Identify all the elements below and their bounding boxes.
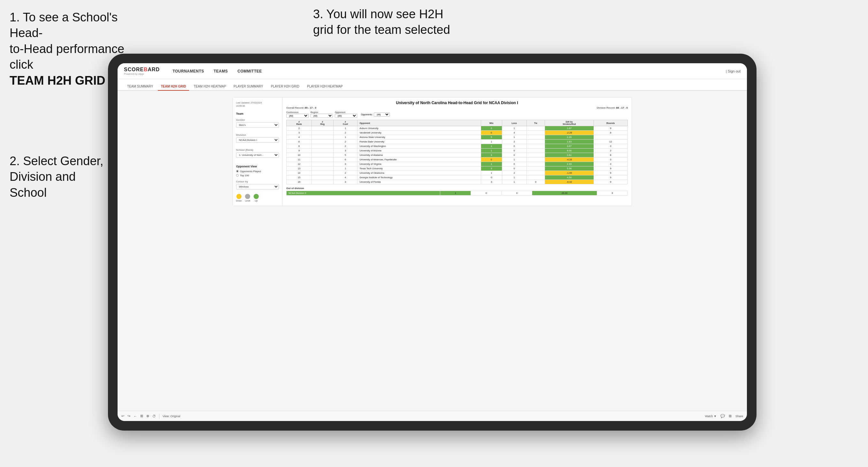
cell-diff: 5.56: [545, 166, 594, 171]
cell-tie: [526, 162, 545, 166]
cell-tie: [526, 149, 545, 153]
cell-loss: 0: [502, 144, 526, 149]
tab-player-h2h-grid[interactable]: PLAYER H2H GRID: [268, 83, 303, 91]
swatch-up: Up: [254, 194, 259, 202]
cell-opponent: University of Alabama: [358, 153, 481, 157]
table-row: 10 5 University of Alabama 3 0 2.61 8: [286, 153, 628, 157]
gender-select[interactable]: Men's: [236, 122, 279, 128]
cell-win: 5: [481, 135, 502, 139]
radio-opponents-played-dot: [236, 170, 239, 173]
division-select[interactable]: NCAA Division I: [236, 137, 279, 143]
cell-opponent: Vanderbilt University: [358, 131, 481, 135]
plus-button[interactable]: ⊕: [146, 414, 149, 418]
cell-conf: 2: [333, 131, 358, 135]
cell-diff: 2.61: [545, 153, 594, 157]
data-area: University of North Carolina Head-to-Hea…: [282, 97, 631, 206]
cell-tie: [526, 131, 545, 135]
opponent-select[interactable]: (All): [335, 114, 357, 118]
crop-button[interactable]: ⊞: [140, 414, 143, 418]
table-row: 9 3 University of Arizona 1 0 9.00 2: [286, 149, 628, 153]
conference-select[interactable]: (All): [286, 114, 309, 118]
bottom-toolbar: ↩ ↪ ← ⊞ ⊕ ⏱ View: Original Watch ▼ 💬 ⊞ S…: [118, 411, 747, 421]
cell-reg: [312, 171, 333, 175]
sign-out-button[interactable]: | Sign out: [726, 69, 741, 73]
table-row: 6 2 Florida State University 1 2 1.83 12: [286, 139, 628, 144]
cell-tie: [526, 171, 545, 175]
tab-team-summary[interactable]: TEAM SUMMARY: [124, 83, 157, 91]
cell-conf: 2: [333, 171, 358, 175]
watch-button[interactable]: Watch ▼: [705, 415, 717, 418]
cell-rounds: 3: [594, 157, 627, 162]
tab-player-summary[interactable]: PLAYER SUMMARY: [230, 83, 266, 91]
logo: SCOREBARD Powered by clippi: [124, 67, 160, 75]
cell-reg: [312, 166, 333, 171]
cell-conf: 3: [333, 149, 358, 153]
redo-button[interactable]: ↪: [127, 414, 130, 418]
swatch-up-color: [254, 194, 259, 199]
radio-top-100-dot: [236, 174, 239, 177]
tab-team-h2h-grid[interactable]: TEAM H2H GRID: [158, 83, 189, 91]
radio-opponents-played[interactable]: Opponents Played: [236, 170, 279, 173]
cell-rank: 16: [286, 180, 312, 184]
table-row: 16 3 University of Florida 3 1 0 -6.42 9: [286, 180, 628, 184]
sub-nav: TEAM SUMMARY TEAM H2H GRID TEAM H2H HEAT…: [118, 79, 747, 91]
cell-rounds: 2: [594, 149, 627, 153]
cell-loss: 0: [502, 153, 526, 157]
cell-diff: 9.00: [545, 149, 594, 153]
cell-rank: 11: [286, 157, 312, 162]
cell-tie: [526, 153, 545, 157]
grid-button[interactable]: ⊞: [729, 414, 732, 418]
table-row: 15 4 Georgia Institute of Technology 0 1…: [286, 175, 628, 180]
cell-conf: 2: [333, 144, 358, 149]
cell-rank: 2: [286, 126, 312, 131]
colour-by-label: Colour by: [236, 180, 279, 183]
cell-win: 3: [481, 166, 502, 171]
table-row: 13 1 Texas Tech University 3 0 5.56 9: [286, 166, 628, 171]
opponents-filter-select[interactable]: (All): [374, 113, 390, 117]
cell-reg: [312, 131, 333, 135]
cell-tie: [526, 175, 545, 180]
tab-team-h2h-heatmap[interactable]: TEAM H2H HEATMAP: [190, 83, 229, 91]
cell-tie: [526, 144, 545, 149]
out-of-div-win: 1: [440, 191, 471, 195]
cell-loss: 2: [502, 171, 526, 175]
school-select[interactable]: 1. University of Nort...: [236, 152, 279, 158]
cell-reg: [312, 180, 333, 184]
opponents-filter-label-row: Opponents: (All): [361, 113, 390, 117]
table-row: 14 2 University of Oklahoma 1 2 -1.00 9: [286, 171, 628, 175]
swatch-level: Level: [245, 194, 250, 202]
record-row: Overall Record: 89 - 17 - 0 Division Rec…: [286, 106, 628, 109]
cell-win: 1: [481, 162, 502, 166]
undo-button[interactable]: ↩: [121, 414, 124, 418]
cell-reg: [312, 157, 333, 162]
region-select[interactable]: (All): [311, 114, 333, 118]
cell-reg: [312, 149, 333, 153]
nav-teams[interactable]: TEAMS: [214, 68, 228, 75]
cell-rank: 12: [286, 162, 312, 166]
toolbar-divider: [159, 414, 159, 419]
cell-rounds: 3: [594, 144, 627, 149]
cell-rank: 15: [286, 175, 312, 180]
cell-rank: 10: [286, 153, 312, 157]
colour-by-select[interactable]: Win/loss: [236, 184, 279, 189]
view-original-button[interactable]: View: Original: [163, 415, 180, 418]
swatch-down-color: [237, 194, 242, 199]
cell-win: 0: [481, 175, 502, 180]
back-button[interactable]: ←: [133, 414, 137, 418]
cell-conf: 2: [333, 139, 358, 144]
share-button[interactable]: Share: [736, 415, 743, 418]
main-content: Last Updated: 27/03/2024 16:55:38 Team G…: [118, 91, 747, 411]
cell-conf: 3: [333, 162, 358, 166]
swatch-down: Down: [236, 194, 242, 202]
cell-opponent: University of Florida: [358, 180, 481, 184]
nav-committee[interactable]: COMMITTEE: [237, 68, 262, 75]
cell-diff: 2.33: [545, 162, 594, 166]
tab-player-h2h-heatmap[interactable]: PLAYER H2H HEATMAP: [304, 83, 346, 91]
nav-tournaments[interactable]: TOURNAMENTS: [173, 68, 204, 75]
cell-rounds: 9: [594, 180, 627, 184]
radio-top-100[interactable]: Top 100: [236, 174, 279, 177]
comment-button[interactable]: 💬: [720, 414, 725, 418]
out-of-div-loss: 0: [471, 191, 502, 195]
col-loss: Loss: [502, 120, 526, 126]
clock-button[interactable]: ⏱: [152, 414, 156, 418]
